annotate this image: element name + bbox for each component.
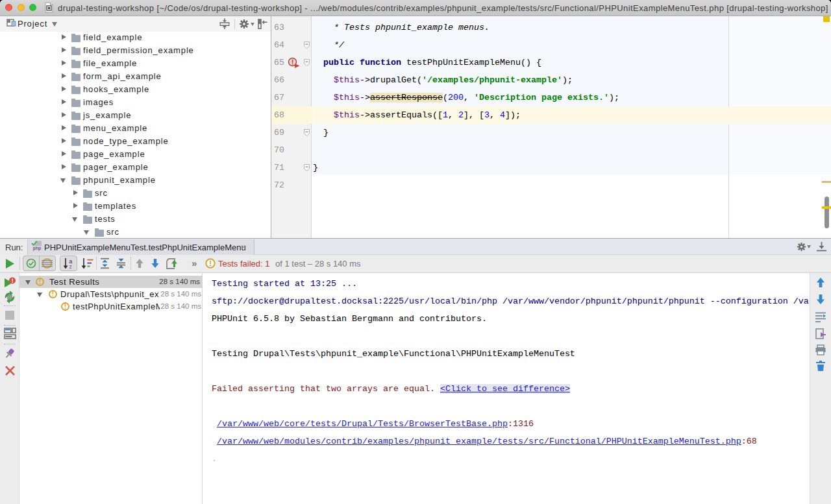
svg-text:z: z [69,263,72,269]
svg-text:php: php [33,246,41,251]
